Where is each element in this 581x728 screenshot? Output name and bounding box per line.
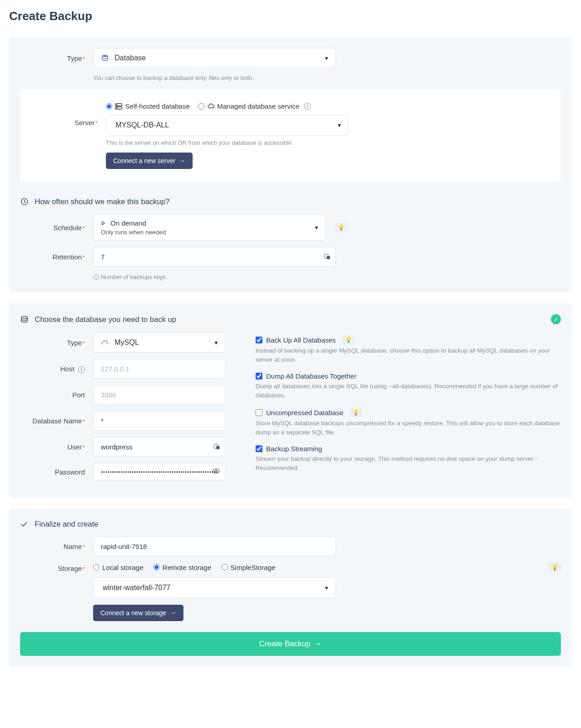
server-select[interactable]: MYSQL-DB-ALL ▾ <box>106 115 349 136</box>
database-icon <box>20 315 28 323</box>
chevron-down-icon: ▾ <box>325 584 328 591</box>
port-label: Port <box>20 391 93 399</box>
type-label: Type* <box>20 54 93 62</box>
finalize-header: Finalize and create <box>20 520 561 528</box>
checkbox-uncompressed[interactable] <box>256 409 262 416</box>
user-input[interactable] <box>93 437 225 457</box>
cloud-icon <box>207 103 215 110</box>
password-label: Password <box>20 468 93 476</box>
type-select[interactable]: Database ▾ <box>93 48 336 68</box>
host-input[interactable] <box>93 359 225 379</box>
chevron-down-icon: ▾ <box>338 121 341 129</box>
check-badge-icon: ✓ <box>551 314 561 324</box>
radio-self-hosted[interactable]: Self-hosted database <box>106 102 190 110</box>
create-backup-button[interactable]: Create Backup → <box>20 632 561 656</box>
chevron-down-icon: ▾ <box>315 224 318 231</box>
play-icon <box>101 219 106 227</box>
dbname-input[interactable] <box>93 411 225 431</box>
name-input[interactable] <box>93 537 336 556</box>
port-input[interactable] <box>93 385 225 405</box>
server-label: Server* <box>33 119 106 127</box>
schedule-label: Schedule* <box>20 224 93 232</box>
svg-point-11 <box>215 470 217 472</box>
hint-icon[interactable]: 💡 <box>350 408 362 417</box>
type-value: Database <box>115 54 146 62</box>
svg-point-3 <box>116 104 117 105</box>
db-type-label: Type* <box>20 339 93 347</box>
finalize-card: Finalize and create Name* Storage* Local… <box>9 509 572 667</box>
user-label: User* <box>20 443 93 451</box>
name-label: Name* <box>20 543 93 550</box>
password-input[interactable] <box>93 463 225 480</box>
label-dump-all: Dump All Databases Together <box>266 372 356 380</box>
host-label: Host i <box>20 365 93 373</box>
svg-rect-7 <box>327 256 330 259</box>
retention-input[interactable] <box>93 247 336 267</box>
hint-icon[interactable]: 💡 <box>335 223 347 232</box>
server-inner-card: Server* Self-hosted database <box>20 90 561 182</box>
storage-label: Storage* <box>20 564 93 572</box>
checkbox-dump-all[interactable] <box>256 373 262 380</box>
server-helper: This is the server on which OR from whic… <box>106 139 349 146</box>
desc-streaming: Stream your backup directly to your stor… <box>256 454 561 472</box>
arrow-right-icon: → <box>314 639 322 649</box>
storage-select[interactable]: winter-waterfall-7077 ▾ <box>93 577 336 598</box>
radio-local-storage[interactable]: Local storage <box>93 564 143 571</box>
server-icon <box>115 103 122 110</box>
radio-simple-storage[interactable]: SimpleStorage <box>221 564 275 571</box>
connect-storage-button[interactable]: Connect a new storage → <box>93 605 183 621</box>
svg-point-8 <box>21 316 27 318</box>
database-icon <box>101 54 109 62</box>
label-uncompressed: Uncompressed Database <box>266 409 343 417</box>
retention-label: Retention* <box>20 253 93 261</box>
page-title: Create Backup <box>9 9 572 23</box>
desc-all-db: Instead of backing up a single MySQL dat… <box>256 346 561 364</box>
checkbox-streaming[interactable] <box>256 445 262 452</box>
radio-managed[interactable]: Managed database service i <box>198 102 311 110</box>
svg-point-4 <box>116 107 117 108</box>
frequency-header: How often should we make this backup? <box>20 197 561 206</box>
dbname-label: Database Name* <box>20 417 93 425</box>
database-card: Choose the database you need to back up … <box>9 303 572 498</box>
mysql-icon <box>101 338 109 347</box>
database-header: Choose the database you need to back up … <box>20 314 561 324</box>
arrow-right-icon: → <box>179 157 185 164</box>
clock-icon <box>20 198 28 206</box>
server-value: MYSQL-DB-ALL <box>115 121 169 129</box>
chevron-down-icon: ▾ <box>325 54 328 62</box>
db-type-select[interactable]: MySQL ▾ <box>93 332 225 353</box>
retention-helper: Number of backups kept. <box>93 273 561 281</box>
hint-icon[interactable]: 💡 <box>342 335 355 344</box>
radio-remote-storage[interactable]: Remote storage <box>153 564 211 571</box>
info-icon[interactable]: i <box>78 366 85 373</box>
info-icon[interactable]: i <box>304 103 311 110</box>
form-icon <box>324 253 330 261</box>
desc-dump-all: Dump all databases into a single SQL fil… <box>256 382 561 400</box>
connect-server-button[interactable]: Connect a new server → <box>106 153 193 169</box>
hint-icon[interactable]: 💡 <box>549 563 561 572</box>
checkbox-all-db[interactable] <box>256 337 262 343</box>
type-server-card: Type* Database ▾ You can choose to backu… <box>9 37 572 292</box>
chevron-down-icon: ▾ <box>215 339 218 346</box>
svg-rect-10 <box>216 446 220 449</box>
arrow-right-icon: → <box>170 609 176 617</box>
eye-icon[interactable] <box>212 467 220 476</box>
desc-uncompressed: Store MySQL database backups uncompresse… <box>256 419 561 437</box>
check-icon <box>20 520 28 528</box>
label-streaming: Backup Streaming <box>266 445 322 453</box>
form-icon <box>214 443 220 451</box>
svg-point-0 <box>102 55 108 57</box>
type-helper: You can choose to backup a database only… <box>93 74 561 81</box>
schedule-select[interactable]: On demand Only runs when needed ▾ <box>93 214 326 241</box>
label-all-db: Back Up All Databases <box>266 336 336 344</box>
server-radio-group: Self-hosted database Managed database se… <box>106 102 349 110</box>
